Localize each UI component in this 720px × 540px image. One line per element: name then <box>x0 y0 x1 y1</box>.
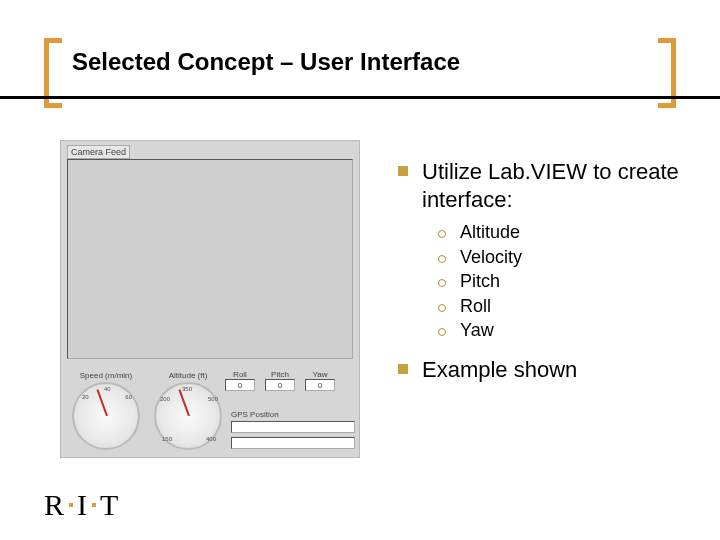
sub-bullet: Altitude <box>438 221 680 244</box>
circle-bullet-icon <box>438 328 446 336</box>
title-bar: Selected Concept – User Interface <box>44 40 676 100</box>
sub-bullet-text: Yaw <box>460 319 494 342</box>
circle-bullet-icon <box>438 304 446 312</box>
sub-bullet-text: Pitch <box>460 270 500 293</box>
gps-line-1 <box>231 421 355 433</box>
alt-tick: 500 <box>208 396 218 402</box>
bullet-main-1: Utilize Lab.VIEW to create interface: <box>398 158 680 213</box>
square-bullet-icon <box>398 166 408 176</box>
circle-bullet-icon <box>438 230 446 238</box>
circle-bullet-icon <box>438 279 446 287</box>
square-bullet-icon <box>398 364 408 374</box>
sub-bullet-list: Altitude Velocity Pitch Roll Yaw <box>438 221 680 342</box>
sub-bullet: Pitch <box>438 270 680 293</box>
bullet-list: Utilize Lab.VIEW to create interface: Al… <box>398 158 680 391</box>
gps-line-2 <box>231 437 355 449</box>
speed-gauge-label: Speed (m/min) <box>67 371 145 380</box>
speed-gauge: 20 40 60 <box>72 382 140 450</box>
pitch-label: Pitch <box>265 370 295 379</box>
gps-label: GPS Position <box>231 410 355 419</box>
pitch-value: 0 <box>265 379 295 391</box>
dot-icon <box>92 503 96 507</box>
alt-tick: 400 <box>206 436 216 442</box>
needle-icon <box>96 389 107 416</box>
alt-tick: 350 <box>182 386 192 392</box>
speed-tick: 20 <box>82 394 89 400</box>
sub-bullet: Yaw <box>438 319 680 342</box>
camera-feed-label: Camera Feed <box>67 145 130 159</box>
altitude-gauge-block: Altitude (ft) 200 350 500 150 400 <box>149 371 227 453</box>
yaw-label: Yaw <box>305 370 335 379</box>
sub-bullet: Velocity <box>438 246 680 269</box>
bullet-main-1-text: Utilize Lab.VIEW to create interface: <box>422 158 680 213</box>
needle-icon <box>178 389 189 416</box>
roll-label: Roll <box>225 370 255 379</box>
sub-bullet-text: Velocity <box>460 246 522 269</box>
yaw-value: 0 <box>305 379 335 391</box>
altitude-gauge-label: Altitude (ft) <box>149 371 227 380</box>
roll-field: Roll 0 <box>225 370 255 391</box>
logo-t: T <box>100 488 119 522</box>
pitch-field: Pitch 0 <box>265 370 295 391</box>
sub-bullet-text: Roll <box>460 295 491 318</box>
bullet-main-2-text: Example shown <box>422 356 577 384</box>
alt-tick: 200 <box>160 396 170 402</box>
alt-tick: 150 <box>162 436 172 442</box>
speed-gauge-block: Speed (m/min) 20 40 60 <box>67 371 145 453</box>
rit-logo: R I T <box>44 488 119 522</box>
divider <box>0 96 720 99</box>
sub-bullet: Roll <box>438 295 680 318</box>
speed-tick: 60 <box>125 394 132 400</box>
logo-i: I <box>77 488 88 522</box>
dot-icon <box>69 503 73 507</box>
camera-feed-area <box>67 159 353 359</box>
speed-tick: 40 <box>104 386 111 392</box>
bullet-main-2: Example shown <box>398 356 680 384</box>
attitude-fields: Roll 0 Pitch 0 Yaw 0 <box>225 370 335 391</box>
circle-bullet-icon <box>438 255 446 263</box>
altitude-gauge: 200 350 500 150 400 <box>154 382 222 450</box>
slide: Selected Concept – User Interface Camera… <box>0 0 720 540</box>
logo-r: R <box>44 488 65 522</box>
slide-title: Selected Concept – User Interface <box>72 48 460 76</box>
labview-panel: Camera Feed Speed (m/min) 20 40 60 Altit… <box>60 140 360 458</box>
sub-bullet-text: Altitude <box>460 221 520 244</box>
gps-block: GPS Position <box>231 410 355 453</box>
yaw-field: Yaw 0 <box>305 370 335 391</box>
roll-value: 0 <box>225 379 255 391</box>
